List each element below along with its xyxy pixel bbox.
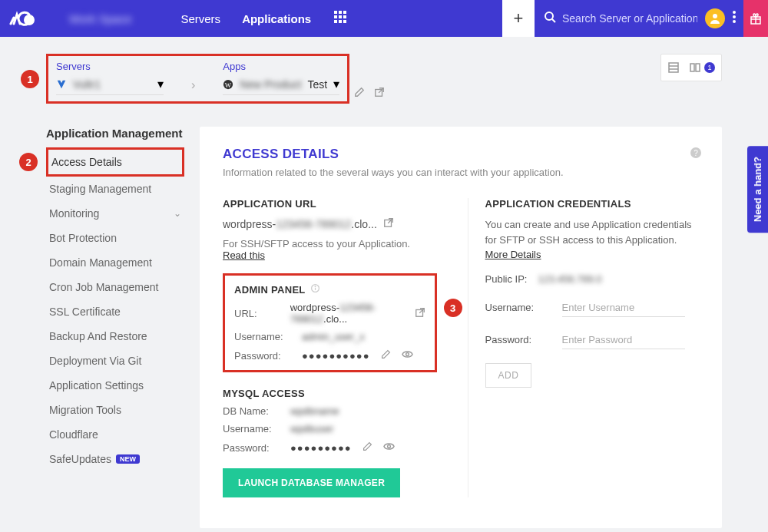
svg-rect-4 (334, 15, 337, 18)
ssh-caption: For SSH/SFTP access to your Application.… (223, 238, 437, 261)
workspace-name[interactable]: Work Space (46, 0, 154, 37)
sidebar-item-label: Deployment Via Git (49, 355, 141, 367)
cred-username-label: Username: (485, 302, 539, 313)
mysql-password-value: ●●●●●●●●● (290, 442, 352, 454)
sidebar-item-label: Bot Protection (49, 232, 117, 244)
logo[interactable] (0, 0, 46, 37)
admin-url-label: URL: (234, 308, 280, 319)
provider-icon (56, 79, 67, 90)
svg-point-0 (24, 15, 35, 25)
mysql-password-label: Password: (223, 442, 280, 454)
annotation-marker-1: 1 (21, 70, 39, 88)
sidebar-item-monitoring[interactable]: Monitoring⌄ (46, 201, 184, 226)
need-a-hand-tab[interactable]: Need a hand? (747, 146, 768, 233)
list-view-icon[interactable] (667, 61, 680, 74)
mysql-heading: MYSQL ACCESS (223, 388, 437, 399)
svg-rect-6 (343, 15, 346, 18)
search-input[interactable] (562, 12, 697, 25)
edit-icon[interactable] (354, 87, 365, 101)
sidebar-item-label: Backup And Restore (49, 330, 147, 342)
sidebar-item-appsettings[interactable]: Application Settings (46, 373, 184, 398)
external-link-icon[interactable] (374, 87, 385, 101)
svg-rect-25 (690, 64, 694, 71)
sidebar-item-cloudflare[interactable]: Cloudflare (46, 422, 184, 447)
sidebar-item-ssl[interactable]: SSL Certificate (46, 299, 184, 324)
application-url-heading: APPLICATION URL (223, 198, 437, 210)
info-icon[interactable] (310, 283, 320, 296)
breadcrumb-servers[interactable]: Servers Vultr1 ▾ (56, 61, 164, 95)
read-this-link[interactable]: Read this (223, 249, 265, 261)
sidebar-title: Application Management (46, 127, 184, 140)
admin-url-value[interactable]: wordpress-123456-789012.clo... (290, 302, 404, 325)
svg-text:W: W (225, 81, 232, 88)
nav-tabs: Servers Applications (170, 0, 322, 37)
search-icon (544, 11, 556, 26)
sidebar-item-bot[interactable]: Bot Protection (46, 226, 184, 250)
sidebar: Application Management 2 Access Details … (46, 127, 184, 528)
edit-icon[interactable] (381, 349, 391, 362)
help-icon[interactable]: ? (690, 147, 702, 162)
sidebar-item-git[interactable]: Deployment Via Git (46, 349, 184, 373)
launch-database-manager-button[interactable]: LAUNCH DATABASE MANAGER (223, 468, 400, 497)
sidebar-item-cron[interactable]: Cron Job Management (46, 275, 184, 299)
chevron-right-icon: › (191, 78, 195, 92)
chevron-down-icon: ⌄ (174, 208, 181, 219)
nav-tab-servers[interactable]: Servers (170, 0, 231, 37)
eye-icon[interactable] (402, 349, 413, 362)
svg-point-32 (315, 286, 316, 287)
cred-password-label: Password: (485, 334, 539, 345)
add-credentials-button[interactable]: ADD (485, 363, 532, 388)
svg-point-35 (387, 445, 390, 448)
svg-point-12 (713, 14, 717, 18)
credentials-description: You can create and use Application crede… (485, 217, 700, 263)
cred-password-input[interactable] (562, 331, 685, 349)
svg-point-15 (733, 20, 736, 23)
admin-panel-heading: ADMIN PANEL (234, 283, 425, 296)
svg-rect-26 (696, 64, 700, 71)
admin-password-label: Password: (234, 350, 291, 362)
add-button[interactable]: + (502, 0, 535, 37)
main: Application Management 2 Access Details … (0, 104, 768, 528)
edit-icon[interactable] (362, 441, 372, 454)
svg-rect-8 (339, 20, 342, 23)
credentials-heading: APPLICATION CREDENTIALS (485, 198, 700, 210)
sidebar-item-safeupdates[interactable]: SafeUpdatesNEW (46, 447, 184, 471)
svg-line-11 (552, 19, 555, 22)
more-menu-icon[interactable] (733, 11, 736, 26)
sidebar-item-domain[interactable]: Domain Management (46, 250, 184, 275)
external-link-icon[interactable] (415, 307, 425, 320)
svg-point-10 (545, 12, 553, 20)
apps-grid-icon[interactable] (334, 11, 346, 26)
nav-tab-applications[interactable]: Applications (231, 0, 322, 37)
admin-panel-box: 3 ADMIN PANEL URL: wordpress-123456-7890… (223, 273, 437, 372)
breadcrumb-app-value-blur: New Product (240, 78, 301, 91)
cred-username-input[interactable] (562, 299, 685, 317)
chevron-down-icon: ▾ (157, 77, 164, 91)
breadcrumb-apps[interactable]: Apps W New Product Test ▾ (223, 61, 339, 95)
mysql-username-value: wpdbuser (290, 423, 333, 435)
panel-subtitle: Information related to the several ways … (223, 167, 699, 178)
breadcrumb-apps-label: Apps (223, 61, 339, 72)
more-details-link[interactable]: More Details (485, 249, 541, 260)
sidebar-item-label: Migration Tools (49, 404, 121, 416)
sidebar-item-label: Staging Management (49, 183, 151, 195)
sidebar-item-backup[interactable]: Backup And Restore (46, 324, 184, 349)
sidebar-item-label: Cloudflare (49, 428, 98, 441)
mysql-username-label: Username: (223, 423, 280, 435)
sidebar-item-staging[interactable]: Staging Management (46, 177, 184, 201)
application-url[interactable]: wordpress-123456-789012.clo... (223, 218, 377, 230)
mysql-dbname-label: DB Name: (223, 405, 280, 417)
avatar[interactable] (705, 8, 725, 28)
sidebar-item-label: Domain Management (49, 256, 152, 269)
gift-icon[interactable] (743, 0, 768, 37)
left-column: APPLICATION URL wordpress-123456-789012.… (223, 198, 437, 497)
external-link-icon[interactable] (383, 217, 394, 230)
grid-view-icon[interactable]: 1 (689, 61, 715, 74)
svg-rect-9 (343, 20, 346, 23)
sidebar-item-access-details[interactable]: 2 Access Details (46, 147, 184, 177)
eye-icon[interactable] (383, 441, 395, 454)
sidebar-item-label: SSL Certificate (49, 306, 121, 318)
sidebar-item-migration[interactable]: Migration Tools (46, 398, 184, 422)
grid-view-badge: 1 (704, 62, 715, 73)
svg-point-14 (733, 15, 736, 18)
